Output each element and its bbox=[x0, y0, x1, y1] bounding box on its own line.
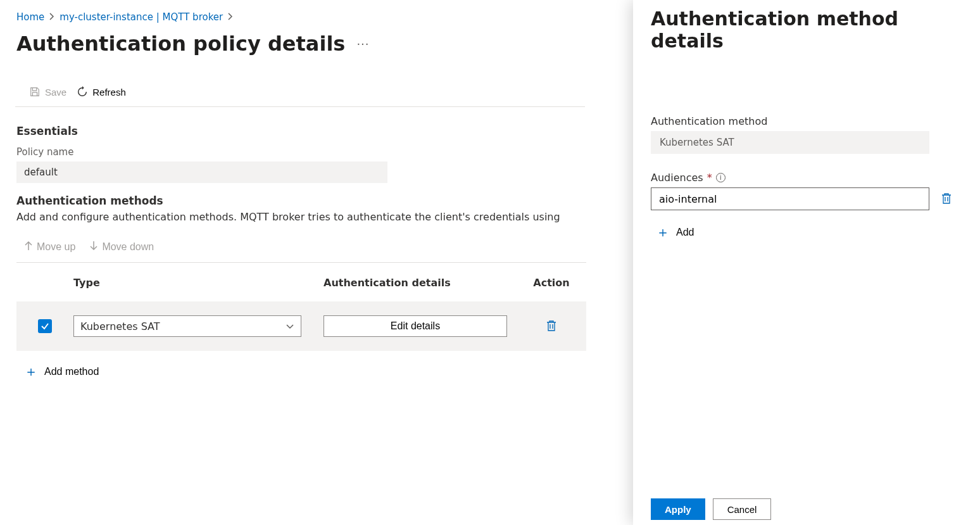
cancel-button[interactable]: Cancel bbox=[713, 498, 772, 520]
chevron-down-icon bbox=[286, 320, 294, 332]
breadcrumb-cluster[interactable]: my-cluster-instance | MQTT broker bbox=[60, 11, 223, 23]
details-panel: Authentication method details Authentica… bbox=[633, 0, 980, 525]
delete-row-button[interactable] bbox=[546, 319, 557, 334]
breadcrumb: Home my-cluster-instance | MQTT broker bbox=[16, 11, 595, 23]
save-icon bbox=[29, 86, 41, 98]
add-method-button[interactable]: ＋ Add method bbox=[16, 362, 99, 381]
plus-icon: ＋ bbox=[656, 223, 670, 242]
row-checkbox[interactable] bbox=[38, 319, 52, 333]
breadcrumb-home[interactable]: Home bbox=[16, 11, 44, 23]
policy-name-field: default bbox=[16, 161, 387, 183]
add-audience-label: Add bbox=[676, 227, 694, 238]
move-down-button[interactable]: Move down bbox=[89, 241, 154, 253]
col-header-type: Type bbox=[73, 277, 324, 289]
save-button[interactable]: Save bbox=[29, 86, 66, 98]
auth-method-label: Authentication method bbox=[651, 115, 962, 127]
auth-method-field: Kubernetes SAT bbox=[651, 131, 929, 154]
info-icon[interactable]: i bbox=[716, 173, 726, 182]
type-select[interactable]: Kubernetes SAT bbox=[73, 315, 301, 337]
apply-button[interactable]: Apply bbox=[651, 498, 705, 520]
table-header: Type Authentication details Action bbox=[16, 263, 586, 301]
auth-methods-helper: Add and configure authentication methods… bbox=[16, 211, 595, 223]
type-value: Kubernetes SAT bbox=[80, 320, 160, 332]
auth-methods-title: Authentication methods bbox=[16, 194, 595, 207]
edit-details-button[interactable]: Edit details bbox=[324, 315, 507, 337]
policy-name-label: Policy name bbox=[16, 146, 595, 158]
move-up-label: Move up bbox=[37, 241, 75, 253]
delete-audience-button[interactable] bbox=[941, 192, 952, 206]
arrow-up-icon bbox=[24, 241, 33, 253]
chevron-right-icon bbox=[49, 13, 54, 22]
move-up-button[interactable]: Move up bbox=[24, 241, 75, 253]
required-asterisk: * bbox=[707, 172, 712, 184]
chevron-right-icon bbox=[228, 13, 233, 22]
audiences-label: Audiences bbox=[651, 172, 703, 184]
page-title: Authentication policy details bbox=[16, 32, 345, 56]
col-header-action: Action bbox=[526, 277, 577, 289]
add-audience-button[interactable]: ＋ Add bbox=[651, 223, 694, 242]
panel-title: Authentication method details bbox=[651, 8, 962, 52]
col-header-auth: Authentication details bbox=[324, 277, 526, 289]
save-label: Save bbox=[45, 87, 66, 98]
refresh-label: Refresh bbox=[92, 87, 126, 98]
move-down-label: Move down bbox=[102, 241, 154, 253]
plus-icon: ＋ bbox=[24, 362, 38, 381]
refresh-icon bbox=[77, 86, 88, 98]
more-icon[interactable]: ··· bbox=[356, 37, 369, 51]
table-row: Kubernetes SAT Edit details bbox=[16, 301, 586, 351]
arrow-down-icon bbox=[89, 241, 98, 253]
refresh-button[interactable]: Refresh bbox=[77, 86, 126, 98]
add-method-label: Add method bbox=[44, 366, 99, 377]
essentials-title: Essentials bbox=[16, 125, 595, 137]
audience-input[interactable] bbox=[651, 187, 929, 210]
